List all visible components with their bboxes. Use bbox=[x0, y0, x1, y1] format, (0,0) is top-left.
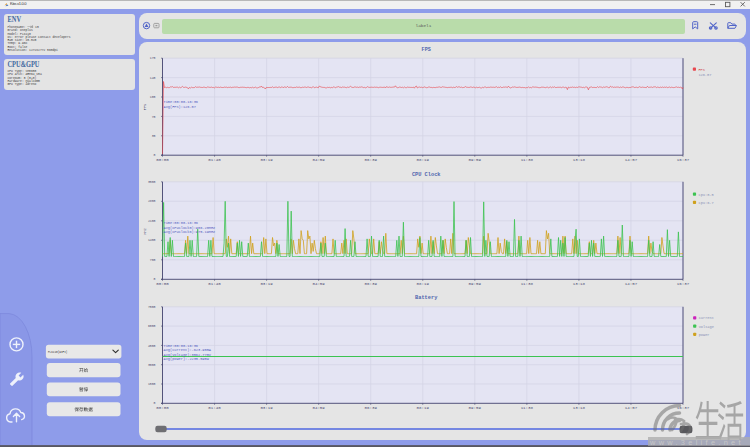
svg-text:35: 35 bbox=[152, 134, 156, 138]
svg-text:0: 0 bbox=[154, 153, 156, 157]
svg-text:700: 700 bbox=[150, 258, 156, 262]
svg-text:voltage: voltage bbox=[699, 325, 714, 329]
svg-text:0: 0 bbox=[154, 401, 156, 405]
svg-text:06:39: 06:39 bbox=[365, 282, 377, 286]
svg-text:16:37: 16:37 bbox=[677, 282, 689, 286]
svg-text:2800: 2800 bbox=[148, 199, 156, 203]
svg-text:03:19: 03:19 bbox=[260, 406, 272, 410]
svg-text:FPS: FPS bbox=[422, 47, 431, 53]
svg-text:power: power bbox=[699, 333, 710, 337]
svg-text:13:18: 13:18 bbox=[573, 158, 585, 162]
svg-text:09:59: 09:59 bbox=[469, 158, 481, 162]
svg-text:0: 0 bbox=[154, 277, 156, 281]
svg-text:Time:00:00-16:36: Time:00:00-16:36 bbox=[164, 100, 199, 104]
svg-text:04:59: 04:59 bbox=[312, 406, 324, 410]
svg-text:6000: 6000 bbox=[148, 324, 156, 328]
svg-text:00:00: 00:00 bbox=[156, 282, 168, 286]
svg-text:105: 105 bbox=[150, 95, 156, 99]
svg-text:www.3elife.net: www.3elife.net bbox=[649, 438, 744, 447]
svg-text:11:38: 11:38 bbox=[521, 406, 533, 410]
svg-text:01:40: 01:40 bbox=[208, 158, 220, 162]
svg-text:Time:00:00-16:36: Time:00:00-16:36 bbox=[164, 221, 199, 225]
svg-text:current: current bbox=[699, 316, 714, 320]
svg-text:06:39: 06:39 bbox=[365, 158, 377, 162]
svg-text:70: 70 bbox=[152, 115, 156, 119]
svg-text:175: 175 bbox=[150, 56, 156, 60]
svg-text:2100: 2100 bbox=[148, 219, 156, 223]
svg-text:08:19: 08:19 bbox=[417, 406, 429, 410]
svg-text:06:39: 06:39 bbox=[365, 406, 377, 410]
svg-text:01:40: 01:40 bbox=[208, 406, 220, 410]
svg-text:04:59: 04:59 bbox=[312, 158, 324, 162]
svg-text:13:18: 13:18 bbox=[573, 406, 585, 410]
svg-text:Avg(CPUClock0):906.20MHz: Avg(CPUClock0):906.20MHz bbox=[164, 226, 216, 230]
svg-text:09:59: 09:59 bbox=[469, 406, 481, 410]
svg-text:1500: 1500 bbox=[148, 382, 156, 386]
svg-text:140: 140 bbox=[150, 76, 156, 80]
svg-text:FPS: FPS bbox=[143, 104, 147, 110]
svg-text:Avg(power):-2235.59mW: Avg(power):-2235.59mW bbox=[164, 357, 210, 361]
svg-text:126.07: 126.07 bbox=[698, 73, 711, 77]
svg-text:03:19: 03:19 bbox=[260, 158, 272, 162]
svg-text:MHz: MHz bbox=[143, 228, 147, 234]
svg-text:CPU Clock: CPU Clock bbox=[412, 172, 441, 178]
svg-text:Avg(FPS):126.07: Avg(FPS):126.07 bbox=[164, 105, 196, 109]
svg-text:01:40: 01:40 bbox=[208, 282, 220, 286]
svg-text:Battery: Battery bbox=[415, 295, 437, 301]
svg-text:3500: 3500 bbox=[148, 180, 156, 184]
svg-text:Time:00:00-16:36: Time:00:00-16:36 bbox=[164, 344, 199, 348]
svg-text:11:38: 11:38 bbox=[521, 282, 533, 286]
svg-text:11:38: 11:38 bbox=[521, 158, 533, 162]
svg-text:FPS: FPS bbox=[698, 68, 704, 72]
svg-text:13:18: 13:18 bbox=[573, 282, 585, 286]
svg-text:00:00: 00:00 bbox=[156, 158, 168, 162]
svg-text:08:19: 08:19 bbox=[417, 282, 429, 286]
svg-text:16:37: 16:37 bbox=[677, 158, 689, 162]
svg-text:cpu:6-7: cpu:6-7 bbox=[699, 201, 714, 205]
svg-text:3000: 3000 bbox=[148, 363, 156, 367]
svg-text:cpu:0-5: cpu:0-5 bbox=[699, 193, 714, 197]
svg-text:08:19: 08:19 bbox=[417, 158, 429, 162]
svg-text:04:59: 04:59 bbox=[312, 282, 324, 286]
svg-text:1400: 1400 bbox=[148, 238, 156, 242]
svg-text:Avg(current):-623.90mA: Avg(current):-623.90mA bbox=[164, 348, 212, 352]
svg-text:14:57: 14:57 bbox=[625, 406, 637, 410]
svg-text:09:59: 09:59 bbox=[469, 282, 481, 286]
svg-text:03:19: 03:19 bbox=[260, 282, 272, 286]
svg-text:Avg(voltage):3562.77mV: Avg(voltage):3562.77mV bbox=[164, 353, 212, 357]
svg-text:Avg(CPUClock6):975.19MHz: Avg(CPUClock6):975.19MHz bbox=[164, 230, 216, 234]
svg-text:4500: 4500 bbox=[148, 344, 156, 348]
svg-text:00:00: 00:00 bbox=[156, 406, 168, 410]
svg-text:14:57: 14:57 bbox=[625, 282, 637, 286]
svg-text:14:57: 14:57 bbox=[625, 158, 637, 162]
svg-text:7500: 7500 bbox=[148, 305, 156, 309]
